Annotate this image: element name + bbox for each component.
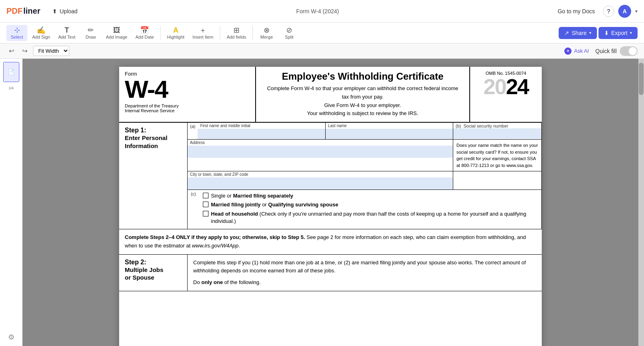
share-button[interactable]: ↗ Share ▾ [559,27,597,39]
add-date-button[interactable]: 📅 Add Date [132,25,157,41]
header-right: Go to my Docs ? A ▾ [553,5,638,18]
avatar-caret-button[interactable]: ▾ [635,8,638,14]
checkbox-single: Single or Married filing separately [203,192,538,200]
add-image-button[interactable]: 🖼 Add Image [103,25,130,41]
share-icon: ↗ [564,30,569,36]
highlight-button[interactable]: A Highlight [164,25,188,41]
scrollbar[interactable] [638,59,644,346]
merge-button[interactable]: ⊗ Merge [256,25,277,41]
page-thumbnail[interactable]: 📄 [3,62,19,82]
checkbox-section: (c) Single or Married filing separately [188,190,541,229]
address-row: Address Does your name match the name on… [188,140,541,171]
ask-ai-button[interactable]: ✦ Ask AI [561,46,592,56]
toolbar-divider-3 [252,26,253,40]
split-button[interactable]: ⊘ Split [279,25,299,41]
dept-line1: Department of the Treasury [125,103,250,108]
draw-button[interactable]: ✏ Draw [80,25,101,41]
ssn-input[interactable] [453,128,541,139]
checkbox-head-household: Head of household (Check only if you're … [203,210,538,226]
form-subtitle: Complete Form W-4 so that your employer … [264,84,461,118]
document-viewer[interactable]: Form W-4 Department of the Treasury Inte… [23,59,638,346]
highlight-icon: A [173,27,178,34]
lastname-input[interactable] [326,129,453,139]
toolbar-divider-2 [220,26,220,40]
settings-button[interactable]: ⚙ [6,332,17,343]
form-header-right: OMB No. 1545-0074 2024 [469,67,542,122]
select-tool-button[interactable]: ⊹ Select [6,25,27,41]
step1-label: Step 1: Enter Personal Information [119,123,188,229]
firstname-cell: First name and middle initial [198,123,325,139]
checkbox-single-box[interactable] [203,193,208,198]
city-input[interactable] [188,177,453,189]
notice-link: www.irs.gov/W4App [192,243,239,249]
checkbox-married-jointly: Married filing jointly or Qualifying sur… [203,200,538,209]
field-c-row: (c) Single or Married filing separately [191,192,538,226]
step2-content: Complete this step if you (1) hold more … [188,255,542,291]
text-icon: T [64,27,69,34]
merge-icon: ⊗ [264,27,270,34]
ssn-note: Does your name match the name on your so… [453,140,541,171]
page-number: 1/4 [8,86,14,90]
address-input[interactable] [188,146,453,158]
lastname-cell: Last name [326,123,453,139]
step1-row: Step 1: Enter Personal Information (a) F… [119,123,542,229]
split-label: Split [285,35,293,39]
sign-icon: ✍ [37,27,45,34]
pdf-page: Form W-4 Department of the Treasury Inte… [119,67,542,346]
fields-icon: ⊞ [233,27,239,34]
highlight-label: Highlight [167,35,184,39]
help-button[interactable]: ? [603,6,614,17]
export-caret: ▾ [630,31,632,35]
add-text-label: Add Text [58,35,76,39]
logo-pdf: PDF [6,6,23,16]
upload-button[interactable]: ⬆ Upload [48,6,81,17]
go-to-docs-button[interactable]: Go to my Docs [553,6,599,17]
field-a-label: (a) [188,123,198,139]
redo-button[interactable]: ↪ [20,46,30,56]
checkbox-head-household-text: Head of household (Check only if you're … [211,210,538,225]
image-icon: 🖼 [113,27,120,34]
draw-label: Draw [85,35,96,39]
main-area: 📄 1/4 ⚙ Form W-4 Department of the Treas… [0,59,644,346]
step2-label: Step 2: Multiple Jobs or Spouse [119,255,188,291]
ssn-col: (b) Social security number [453,123,541,139]
form-header: Form W-4 Department of the Treasury Inte… [119,67,542,123]
checkbox-head-household-box[interactable] [203,211,208,216]
header: PDF liner ⬆ Upload Form W-4 (2024) Go to… [0,0,644,23]
avatar-button[interactable]: A [618,5,631,18]
page-thumb-icon: 📄 [8,69,14,75]
merge-label: Merge [260,35,273,39]
add-sign-label: Add Sign [32,35,50,39]
add-text-button[interactable]: T Add Text [55,25,79,41]
name-row: (a) First name and middle initial Last n… [188,123,541,140]
quick-fill-toggle[interactable] [620,46,638,56]
add-sign-button[interactable]: ✍ Add Sign [29,25,54,41]
checkbox-single-text: Single or Married filing separately [211,192,293,200]
form-title-main: Employee's Withholding Certificate [282,71,444,82]
export-button[interactable]: ⬇ Export ▾ [599,27,638,39]
undo-button[interactable]: ↩ [6,46,17,56]
step1-name: Enter Personal Information [125,134,182,150]
document-title: Form W-4 (2024) [87,8,549,14]
insert-item-button[interactable]: ＋ Insert Item [189,25,217,41]
date-icon: 📅 [140,27,149,34]
form-header-left: Form W-4 Department of the Treasury Inte… [119,67,256,122]
dept-line2: Internal Revenue Service [125,108,250,113]
quick-fill-label: Quick fill [595,48,617,54]
insert-label: Insert Item [192,35,213,39]
firstname-input[interactable] [198,129,325,139]
left-sidebar: 📄 1/4 ⚙ [0,59,23,346]
sub-toolbar: ↩ ↪ Fit Width ✦ Ask AI Quick fill [0,43,644,59]
add-fields-button[interactable]: ⊞ Add fields [223,25,249,41]
logo: PDF liner [6,6,40,16]
ai-icon: ✦ [564,47,572,55]
step2-row: Step 2: Multiple Jobs or Spouse Complete… [119,255,542,291]
insert-icon: ＋ [199,27,206,34]
city-label: City or town, state, and ZIP code [188,171,453,177]
upload-icon: ⬆ [52,8,57,14]
fit-width-select[interactable]: Fit Width [33,46,69,56]
checkbox-married-jointly-box[interactable] [203,202,208,207]
step1-number: Step 1: [125,127,182,134]
step1-fields: (a) First name and middle initial Last n… [188,123,542,229]
select-icon: ⊹ [14,27,20,34]
